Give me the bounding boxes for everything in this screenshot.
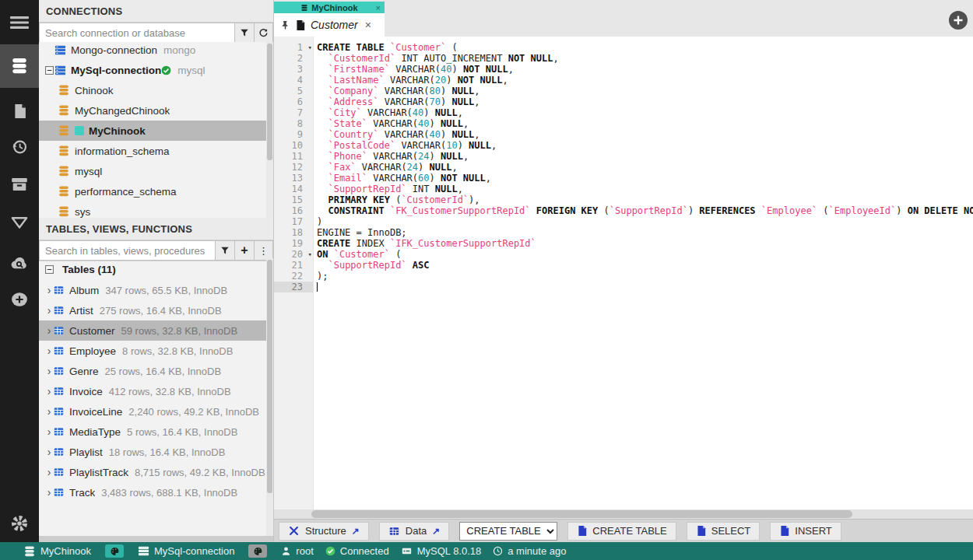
sql-template-select[interactable]: CREATE TABLE (459, 522, 557, 541)
connections-refresh-button[interactable] (254, 23, 273, 43)
database-item[interactable]: MyChinook (39, 121, 273, 141)
collapse-icon[interactable] (44, 66, 54, 75)
activity-archive-button[interactable] (0, 168, 39, 201)
collapse-icon[interactable] (45, 265, 56, 274)
line-number: 15 (274, 194, 313, 205)
database-icon (23, 545, 36, 558)
table-item[interactable]: › Playlist 18 rows, 16.4 KB, InnoDB (39, 442, 273, 462)
editor-line[interactable]: 1▾ CREATE TABLE `Customer` ( (274, 42, 973, 53)
database-icon (58, 124, 70, 137)
create-table-button[interactable]: CREATE TABLE (567, 522, 676, 541)
editor-line[interactable]: 13 `Email` VARCHAR(60) NOT NULL, (274, 173, 973, 184)
chevron-right-icon[interactable]: › (45, 284, 53, 296)
editor-line[interactable]: 12 `Fax` VARCHAR(24) NULL, (274, 162, 973, 173)
version-icon (401, 546, 413, 556)
tables-scrollbar-thumb[interactable] (267, 260, 272, 493)
table-icon (53, 406, 65, 417)
fold-icon[interactable]: ▾ (308, 249, 312, 260)
fold-icon[interactable]: ▾ (308, 42, 312, 53)
chevron-right-icon[interactable]: › (45, 425, 53, 438)
chevron-right-icon[interactable]: › (45, 446, 53, 458)
pin-icon[interactable] (281, 20, 290, 30)
panel-horizontal-scrollbar[interactable] (39, 536, 273, 542)
database-item[interactable]: mysql (39, 161, 273, 181)
code-line: `State` VARCHAR(40) NULL, (313, 118, 469, 129)
connections-filter-button[interactable] (234, 23, 254, 43)
editor-line[interactable]: 10 `PostalCode` VARCHAR(10) NULL, (274, 140, 973, 151)
table-item[interactable]: › Artist 275 rows, 16.4 KB, InnoDB (39, 300, 273, 320)
editor-line[interactable]: 20▾ ON `Customer` ( (274, 249, 973, 260)
chevron-right-icon[interactable]: › (45, 345, 53, 357)
editor-line[interactable]: 23 (274, 282, 973, 292)
editor-line[interactable]: 6 `Address` VARCHAR(70) NULL, (274, 96, 973, 107)
chevron-right-icon[interactable]: › (45, 385, 53, 397)
connections-search-input[interactable] (39, 23, 234, 43)
sql-editor[interactable]: 1▾ CREATE TABLE `Customer` ( 2 `Customer… (274, 37, 973, 509)
activity-add-button[interactable] (0, 283, 39, 316)
editor-line[interactable]: 9 `Country` VARCHAR(40) NULL, (274, 129, 973, 140)
editor-line[interactable]: 11 `Phone` VARCHAR(24) NULL, (274, 151, 973, 162)
data-button[interactable]: Data ↗ (379, 522, 450, 541)
code-line: ) (313, 216, 322, 227)
tab-database-strip[interactable]: MyChinook × (274, 2, 385, 13)
database-item[interactable]: Chinook (39, 80, 273, 100)
close-icon[interactable]: × (365, 19, 371, 31)
activity-file-button[interactable] (0, 95, 39, 128)
editor-line[interactable]: 4 `LastName` VARCHAR(20) NOT NULL, (274, 75, 973, 86)
table-item[interactable]: › InvoiceLine 2,240 rows, 49.2 KB, InnoD… (39, 401, 273, 422)
editor-line[interactable]: 22 ); (274, 271, 973, 282)
editor-line[interactable]: 3 `FirstName` VARCHAR(40) NOT NULL, (274, 64, 973, 75)
editor-line[interactable]: 15 PRIMARY KEY (`CustomerId`), (274, 194, 973, 205)
database-item[interactable]: performance_schema (39, 181, 273, 201)
editor-line[interactable]: 5 `Company` VARCHAR(80) NULL, (274, 86, 973, 96)
database-color-button[interactable] (105, 544, 124, 558)
editor-line[interactable]: 2 `CustomerId` INT AUTO_INCREMENT NOT NU… (274, 53, 973, 64)
editor-line[interactable]: 7 `City` VARCHAR(40) NULL, (274, 107, 973, 118)
database-icon (58, 185, 70, 198)
activity-history-button[interactable] (0, 131, 39, 163)
editor-hscroll-thumb[interactable] (311, 510, 852, 518)
chevron-right-icon[interactable]: › (45, 466, 53, 478)
table-item[interactable]: › Customer 59 rows, 32.8 KB, InnoDB (39, 320, 273, 341)
chevron-right-icon[interactable]: › (45, 486, 53, 499)
connection-item[interactable]: MySql-connection mysql (39, 60, 273, 80)
add-tab-button[interactable] (948, 10, 968, 30)
select-button[interactable]: SELECT (687, 522, 760, 541)
table-item[interactable]: › Genre 25 rows, 16.4 KB, InnoDB (39, 361, 273, 381)
tables-group-header[interactable]: Tables (11) (39, 258, 273, 280)
database-item[interactable]: information_schema (39, 141, 273, 161)
chevron-right-icon[interactable]: › (45, 405, 53, 418)
chevron-right-icon[interactable]: › (45, 324, 53, 337)
editor-line[interactable]: 18 ENGINE = InnoDB; (274, 227, 973, 238)
table-item[interactable]: › Employee 8 rows, 32.8 KB, InnoDB (39, 341, 273, 361)
activity-cloud-search-button[interactable] (0, 246, 39, 278)
activity-menu-button[interactable] (0, 6, 39, 39)
tab-customer[interactable]: MyChinook × Customer × (274, 2, 385, 37)
database-item[interactable]: MyChangedChinook (39, 100, 273, 121)
insert-button[interactable]: INSERT (770, 522, 841, 541)
structure-button[interactable]: Structure ↗ (279, 522, 369, 541)
editor-line[interactable]: 17 ) (274, 216, 973, 227)
table-item[interactable]: › Invoice 412 rows, 32.8 KB, InnoDB (39, 381, 273, 401)
table-item[interactable]: › MediaType 5 rows, 16.4 KB, InnoDB (39, 422, 273, 442)
connection-item[interactable]: Mongo-connection mongo (39, 42, 273, 60)
editor-line[interactable]: 16 CONSTRAINT `FK_CustomerSupportRepId` … (274, 205, 973, 216)
table-item[interactable]: › Track 3,483 rows, 688.1 KB, InnoDB (39, 482, 273, 502)
close-icon[interactable]: × (376, 3, 381, 12)
chevron-right-icon[interactable]: › (45, 304, 53, 317)
activity-database-button[interactable] (0, 44, 39, 88)
activity-settings-button[interactable] (0, 507, 39, 540)
editor-line[interactable]: 14 `SupportRepId` INT NULL, (274, 184, 973, 194)
editor-line[interactable]: 21 `SupportRepId` ASC (274, 260, 973, 271)
connection-color-button[interactable] (248, 544, 267, 558)
activity-filter-button[interactable] (0, 207, 39, 240)
line-number: 13 (274, 173, 313, 184)
table-icon (53, 285, 65, 296)
chevron-right-icon[interactable]: › (45, 365, 53, 377)
table-item[interactable]: › PlaylistTrack 8,715 rows, 49.2 KB, Inn… (39, 462, 273, 482)
database-item[interactable]: sys (39, 201, 273, 218)
connections-scrollbar-thumb[interactable] (267, 44, 272, 160)
table-item[interactable]: › Album 347 rows, 65.5 KB, InnoDB (39, 280, 273, 300)
editor-line[interactable]: 8 `State` VARCHAR(40) NULL, (274, 118, 973, 129)
editor-line[interactable]: 19 CREATE INDEX `IFK_CustomerSupportRepI… (274, 238, 973, 249)
